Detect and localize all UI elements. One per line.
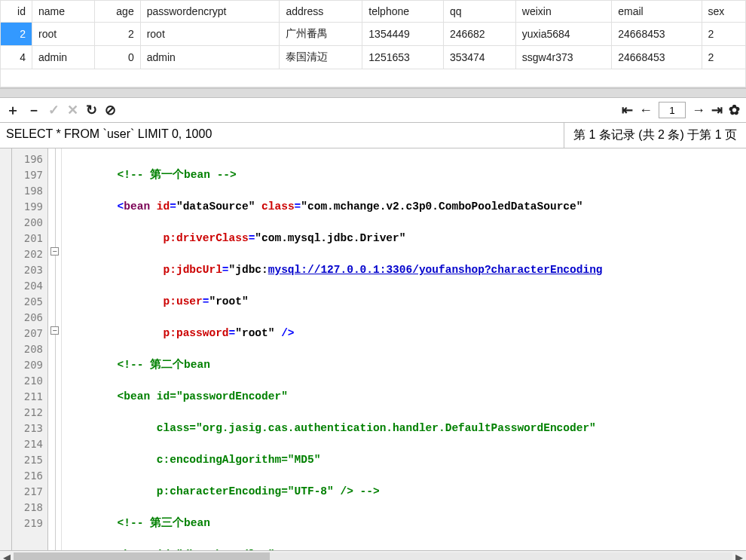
drag-strip[interactable] [0,89,746,98]
cell-age[interactable]: 2 [94,23,140,46]
scroll-left-icon[interactable]: ◀ [0,551,14,561]
table-header-row: id name age passwordencrypt address telp… [1,1,746,23]
cell-qq[interactable]: 246682 [443,23,515,46]
line-num: 218 [12,500,43,516]
settings-icon[interactable]: ✿ [729,102,740,118]
fold-toggle-icon[interactable]: − [50,247,59,256]
editor-left-stub [0,148,12,550]
code-line[interactable]: p:characterEncoding="UTF-8" /> --> [65,484,746,500]
line-num: 215 [12,452,43,468]
cell-email[interactable]: 24668453 [612,23,702,46]
line-num: 211 [12,389,43,405]
remove-row-icon[interactable]: － [27,101,41,119]
code-line[interactable]: p:driverClass="com.mysql.jdbc.Driver" [65,231,746,246]
code-line[interactable]: <!-- 第二个bean [65,357,746,373]
line-num: 213 [12,421,43,436]
col-qq[interactable]: qq [443,1,515,23]
cell-tel[interactable]: 1251653 [362,46,444,69]
line-num: 204 [12,278,43,294]
code-body[interactable]: <!-- 第一个bean --> <bean id="dataSource" c… [62,148,746,550]
data-table-section: id name age passwordencrypt address telp… [0,0,746,88]
cell-id[interactable]: 2 [1,23,32,46]
line-num: 202 [12,246,43,262]
table-row[interactable]: 4 admin 0 admin 泰国清迈 1251653 353474 ssgw… [1,46,746,69]
col-telphone[interactable]: telphone [362,1,444,23]
fold-toggle-icon[interactable]: − [50,326,59,335]
col-address[interactable]: address [280,1,362,23]
table-row[interactable]: 2 root 2 root 广州番禺 1354449 246682 yuxia5… [1,23,746,46]
code-line[interactable]: <bean id="passwordEncoder" [65,389,746,405]
commit-icon[interactable]: ✓ [48,102,60,118]
cell-weixin[interactable]: yuxia5684 [515,23,611,46]
fold-column: − − [48,148,62,550]
sql-bar: SELECT * FROM `user` LIMIT 0, 1000 第 1 条… [0,123,746,148]
line-num: 212 [12,405,43,421]
col-weixin[interactable]: weixin [515,1,611,23]
toolbar: ＋ － ✓ ✕ ↻ ⊘ ⇤ ← → ⇥ ✿ SELECT * FROM `use… [0,88,746,148]
line-num: 209 [12,357,43,373]
code-line[interactable]: <!-- 第一个bean --> [65,167,746,183]
line-num: 216 [12,468,43,484]
cell-tel[interactable]: 1354449 [362,23,444,46]
add-row-icon[interactable]: ＋ [6,101,20,119]
toolbar-row: ＋ － ✓ ✕ ↻ ⊘ ⇤ ← → ⇥ ✿ [0,98,746,123]
code-line[interactable]: p:user="root" [65,294,746,310]
code-line[interactable]: p:password="root" /> [65,326,746,341]
line-num: 207 [12,326,43,341]
line-num: 199 [12,199,43,215]
cell-weixin[interactable]: ssgw4r373 [515,46,611,69]
line-num: 197 [12,167,43,183]
line-num: 200 [12,215,43,231]
cancel-icon[interactable]: ✕ [67,102,78,118]
col-id[interactable]: id [1,1,32,23]
code-line[interactable]: <bean id="dataSource" class="com.mchange… [65,199,746,215]
toolbar-left: ＋ － ✓ ✕ ↻ ⊘ [6,101,116,119]
code-line[interactable]: c:encodingAlgorithm="MD5" [65,452,746,468]
code-line[interactable]: class="org.jasig.cas.authentication.hand… [65,421,746,436]
cell-qq[interactable]: 353474 [443,46,515,69]
cell-address[interactable]: 泰国清迈 [280,46,362,69]
cell-pw[interactable]: admin [140,46,280,69]
cell-email[interactable]: 24668453 [612,46,702,69]
stop-icon[interactable]: ⊘ [105,102,116,118]
code-line[interactable]: <!-- 第三个bean [65,516,746,531]
code-editor: 196 197 198 199 200 201 202 203 204 205 … [0,148,746,550]
sql-status-text: 第 1 条记录 (共 2 条) 于第 1 页 [564,123,746,148]
cell-sex[interactable]: 2 [702,23,745,46]
cell-sex[interactable]: 2 [702,46,745,69]
line-num: 206 [12,310,43,326]
cell-name[interactable]: root [32,23,94,46]
data-table: id name age passwordencrypt address telp… [0,0,746,87]
next-page-icon[interactable]: → [692,103,705,118]
table-empty-row [1,69,746,87]
col-name[interactable]: name [32,1,94,23]
page-input[interactable] [659,102,686,118]
toolbar-right: ⇤ ← → ⇥ ✿ [622,102,740,118]
line-num: 214 [12,436,43,452]
cell-age[interactable]: 0 [94,46,140,69]
line-num: 198 [12,183,43,199]
line-num: 217 [12,484,43,500]
cell-id[interactable]: 4 [1,46,32,69]
col-age[interactable]: age [94,1,140,23]
col-email[interactable]: email [612,1,702,23]
cell-pw[interactable]: root [140,23,280,46]
col-passwordencrypt[interactable]: passwordencrypt [140,1,280,23]
scroll-right-icon[interactable]: ▶ [732,551,746,561]
line-num: 201 [12,231,43,246]
horizontal-scrollbar[interactable]: ◀ ▶ [0,550,746,560]
scroll-track[interactable] [14,552,732,561]
line-num: 208 [12,341,43,357]
col-sex[interactable]: sex [702,1,745,23]
refresh-icon[interactable]: ↻ [86,102,97,118]
line-num: 210 [12,373,43,389]
first-page-icon[interactable]: ⇤ [622,102,633,118]
prev-page-icon[interactable]: ← [639,103,653,118]
code-line[interactable]: <bean id="dbAuthHandler" [65,547,746,550]
code-line[interactable]: p:jdbcUrl="jdbc:mysql://127.0.0.1:3306/y… [65,262,746,278]
line-num: 196 [12,151,43,167]
cell-name[interactable]: admin [32,46,94,69]
cell-address[interactable]: 广州番禺 [280,23,362,46]
scroll-thumb[interactable] [14,552,270,561]
last-page-icon[interactable]: ⇥ [711,102,723,118]
